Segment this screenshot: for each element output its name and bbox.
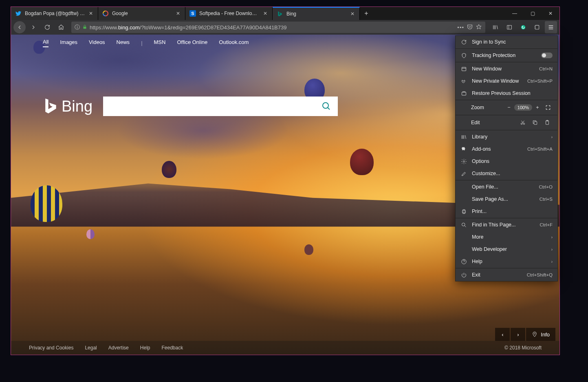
library-icon[interactable] — [489, 21, 502, 33]
menu-open-file[interactable]: Open File... Ctrl+O — [456, 181, 557, 193]
menu-save-page[interactable]: Save Page As... Ctrl+S — [456, 193, 557, 205]
forward-button[interactable] — [27, 21, 40, 33]
search-input[interactable] — [109, 97, 318, 116]
minimize-button[interactable]: — — [506, 7, 524, 20]
nav-all[interactable]: All — [43, 39, 48, 47]
google-icon — [102, 10, 109, 17]
bing-nav: All Images Videos News | MSN Office Onli… — [43, 39, 249, 47]
reload-button[interactable] — [41, 21, 53, 33]
window-controls: — ▢ ✕ — [506, 7, 559, 20]
menu-webdev[interactable]: Web Developer › — [456, 243, 557, 255]
home-button[interactable] — [55, 21, 67, 33]
window-icon — [460, 66, 467, 72]
menu-label: New Window — [472, 66, 534, 72]
menu-tracking[interactable]: Tracking Protection — [456, 49, 557, 61]
menu-find[interactable]: Find in This Page... Ctrl+F — [456, 219, 557, 231]
menu-library[interactable]: Library › — [456, 131, 557, 143]
cut-button[interactable] — [517, 118, 529, 127]
screenshot-icon[interactable] — [531, 21, 543, 33]
menu-print[interactable]: Print... — [456, 205, 557, 217]
maximize-button[interactable]: ▢ — [524, 7, 542, 20]
close-icon[interactable]: ✕ — [350, 11, 355, 17]
footer-feedback[interactable]: Feedback — [161, 345, 183, 351]
page-actions-icon[interactable]: ••• — [457, 24, 464, 31]
url-text: https://www.bing.com/?toWww=1&redig=269E… — [90, 24, 455, 31]
svg-rect-15 — [462, 211, 465, 212]
url-bar[interactable]: ⓘ https://www.bing.com/?toWww=1&redig=26… — [71, 22, 485, 33]
copy-button[interactable] — [529, 118, 541, 127]
close-window-button[interactable]: ✕ — [542, 7, 559, 20]
hero-prev-button[interactable]: ‹ — [495, 328, 510, 341]
nav-office[interactable]: Office Online — [177, 39, 207, 47]
tab-softpedia[interactable]: S Softpedia - Free Downloads En ✕ — [185, 7, 273, 20]
blank-icon — [460, 234, 467, 240]
nav-news[interactable]: News — [117, 39, 130, 47]
zoom-out-button[interactable]: − — [504, 103, 514, 112]
hero-next-button[interactable]: › — [511, 328, 525, 341]
tab-twitter[interactable]: Bogdan Popa (@bgdftw) | Twit ✕ — [11, 7, 98, 20]
paint-icon — [460, 170, 467, 177]
bing-logo-icon — [43, 97, 57, 115]
bookmark-star-icon[interactable] — [476, 24, 482, 31]
tab-title: Google — [112, 11, 172, 16]
nav-outlook[interactable]: Outlook.com — [219, 39, 249, 47]
menu-options[interactable]: Options — [456, 155, 557, 167]
fullscreen-button[interactable] — [543, 103, 553, 112]
tab-title: Softpedia - Free Downloads En — [199, 11, 259, 16]
menu-label: Find in This Page... — [472, 222, 535, 228]
nav-msn[interactable]: MSN — [154, 39, 166, 47]
balloon-decoration — [162, 161, 176, 178]
nav-images[interactable]: Images — [60, 39, 77, 47]
sidebar-icon[interactable] — [503, 21, 515, 33]
menu-label: Tracking Protection — [472, 53, 536, 58]
info-icon[interactable]: ⓘ — [75, 24, 80, 31]
paste-button[interactable] — [541, 118, 553, 127]
hamburger-menu-button[interactable] — [545, 21, 557, 33]
zoom-in-button[interactable]: + — [532, 103, 543, 112]
close-icon[interactable]: ✕ — [88, 11, 94, 16]
footer-advertise[interactable]: Advertise — [108, 345, 129, 351]
back-button[interactable] — [13, 21, 26, 33]
close-icon[interactable]: ✕ — [175, 11, 181, 16]
footer-legal[interactable]: Legal — [85, 345, 97, 351]
nav-videos[interactable]: Videos — [89, 39, 105, 47]
chevron-right-icon: › — [551, 135, 553, 139]
menu-new-window[interactable]: New Window Ctrl+N — [456, 63, 557, 75]
grammarly-icon[interactable] — [517, 21, 529, 33]
menu-exit[interactable]: Exit Ctrl+Shift+Q — [456, 269, 557, 281]
footer-copyright: © 2018 Microsoft — [504, 345, 542, 351]
blank-icon — [460, 184, 467, 190]
footer-help[interactable]: Help — [140, 345, 150, 351]
svg-point-6 — [534, 333, 535, 334]
svg-rect-1 — [84, 26, 86, 29]
sync-icon — [460, 39, 467, 45]
tab-bing[interactable]: Bing ✕ — [273, 7, 360, 20]
zoom-value: 100% — [514, 104, 532, 111]
tab-google[interactable]: Google ✕ — [98, 7, 185, 20]
hero-info-bar: ‹ › Info — [495, 328, 555, 341]
menu-label: Print... — [472, 209, 553, 214]
pocket-icon[interactable] — [467, 24, 473, 31]
new-tab-button[interactable]: + — [360, 7, 373, 20]
search-icon — [460, 222, 467, 228]
menu-restore-session[interactable]: Restore Previous Session — [456, 87, 557, 99]
footer-privacy[interactable]: Privacy and Cookies — [29, 345, 73, 351]
menu-addons[interactable]: Add-ons Ctrl+Shift+A — [456, 143, 557, 155]
print-icon — [460, 208, 467, 215]
svg-rect-8 — [462, 92, 466, 95]
close-icon[interactable]: ✕ — [262, 11, 268, 16]
hero-info-button[interactable]: Info — [526, 328, 555, 341]
balloon-decoration — [304, 244, 313, 255]
menu-more[interactable]: More › — [456, 231, 557, 243]
svg-rect-7 — [462, 67, 466, 71]
menu-customize[interactable]: Customize... — [456, 167, 557, 180]
menu-help[interactable]: Help › — [456, 255, 557, 268]
menu-shortcut: Ctrl+Shift+Q — [527, 272, 553, 277]
svg-point-14 — [463, 160, 465, 162]
menu-private-window[interactable]: New Private Window Ctrl+Shift+P — [456, 75, 557, 87]
search-button[interactable] — [318, 98, 335, 114]
menu-sign-in[interactable]: Sign in to Sync — [456, 36, 557, 48]
tracking-toggle[interactable] — [541, 53, 553, 58]
menu-shortcut: Ctrl+N — [539, 66, 553, 71]
tab-bar: Bogdan Popa (@bgdftw) | Twit ✕ Google ✕ … — [11, 7, 559, 20]
